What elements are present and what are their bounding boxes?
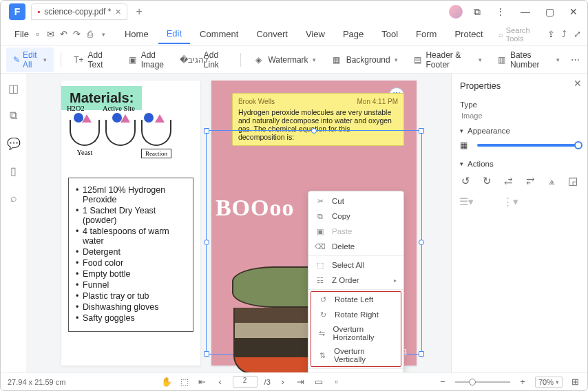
share-icon[interactable]: ⧉ bbox=[470, 3, 485, 21]
flip-v-icon: ⇅ bbox=[318, 350, 327, 360]
save-icon[interactable]: ▫ bbox=[32, 27, 43, 42]
redo-icon[interactable]: ↷ bbox=[71, 27, 83, 42]
close-tab-icon[interactable]: ✕ bbox=[115, 8, 121, 17]
context-menu: ✂Cut ⧉Copy ▣Paste ⌫Delete ⬚Select All ☷Z… bbox=[308, 191, 404, 372]
cm-z-order[interactable]: ☷Z Order▸ bbox=[308, 273, 403, 288]
menu-view[interactable]: View bbox=[297, 25, 333, 43]
cm-overturn-v[interactable]: ⇅Overturn Vertically bbox=[311, 344, 401, 366]
next-page-icon[interactable]: › bbox=[277, 377, 288, 387]
document-tab[interactable]: ▪ science-copy.pdf * ✕ bbox=[31, 3, 127, 20]
last-page-icon[interactable]: ⇥ bbox=[295, 377, 306, 387]
new-tab-button[interactable]: + bbox=[132, 4, 146, 19]
menu-convert[interactable]: Convert bbox=[248, 25, 296, 43]
opacity-slider[interactable]: ▦ bbox=[460, 140, 579, 150]
rotate-right-icon[interactable]: ↻ bbox=[481, 175, 493, 187]
list-item: Empty bottle bbox=[76, 269, 186, 279]
comments-icon[interactable]: 💬 bbox=[8, 137, 20, 149]
fit-page-icon[interactable]: ▫ bbox=[331, 377, 342, 387]
cm-delete[interactable]: ⌫Delete bbox=[308, 239, 403, 254]
menu-edit[interactable]: Edit bbox=[158, 24, 190, 44]
list-item: 125ml 10% Hydrogen Peroxide bbox=[76, 185, 186, 204]
search-panel-icon[interactable]: ⌕ bbox=[8, 192, 20, 204]
list-item: Dishwashing gloves bbox=[76, 302, 186, 312]
flip-v-icon[interactable]: ⥂ bbox=[525, 175, 536, 187]
cm-cut[interactable]: ✂Cut bbox=[308, 193, 403, 209]
menu-page[interactable]: Page bbox=[335, 25, 372, 43]
mail-icon[interactable]: ✉ bbox=[45, 27, 56, 42]
minimize-icon[interactable]: — bbox=[516, 3, 534, 20]
close-panel-icon[interactable]: ✕ bbox=[574, 78, 582, 89]
menu-home[interactable]: Home bbox=[116, 25, 157, 43]
list-item: Safty goggles bbox=[76, 313, 186, 323]
actions-section[interactable]: ▾Actions bbox=[460, 160, 579, 168]
expand-icon[interactable]: ⤢ bbox=[571, 27, 583, 42]
rotate-right-icon: ↻ bbox=[318, 310, 328, 319]
watermark-icon: ◈ bbox=[253, 54, 264, 65]
distribute-h-icon[interactable]: ⋮▾ bbox=[504, 196, 516, 208]
thumbnails-icon[interactable]: ◫ bbox=[8, 82, 20, 94]
attachments-icon[interactable]: ▯ bbox=[8, 165, 20, 177]
menu-protect[interactable]: Protect bbox=[446, 25, 491, 43]
cm-rotate-left[interactable]: ↺Rotate Left bbox=[311, 292, 401, 307]
cm-rotate-right[interactable]: ↻Rotate Right bbox=[311, 307, 401, 322]
zoom-out-icon[interactable]: − bbox=[437, 377, 448, 387]
flip-h-icon: ⇋ bbox=[318, 328, 326, 338]
edit-all-button[interactable]: ✎ Edit All ▾ bbox=[6, 47, 54, 72]
materials-list: 125ml 10% Hydrogen Peroxide 1 Sachet Dry… bbox=[68, 178, 193, 332]
align-left-icon[interactable]: ☰▾ bbox=[460, 196, 472, 208]
add-text-button[interactable]: T+Add Text bbox=[68, 47, 118, 72]
cm-save-image[interactable]: ⬚Save Image As bbox=[308, 370, 403, 372]
select-tool-icon[interactable]: ⬚ bbox=[179, 377, 190, 387]
background-button[interactable]: ▦Background▾ bbox=[326, 52, 403, 68]
watermark-button[interactable]: ◈Watermark▾ bbox=[247, 52, 321, 68]
print-icon[interactable]: ⎙ bbox=[84, 27, 96, 42]
menu-file[interactable]: File bbox=[5, 25, 30, 43]
chevron-down-icon: ▾ bbox=[460, 127, 463, 134]
zoom-select[interactable]: 70%▾ bbox=[535, 377, 563, 388]
maximize-icon[interactable]: ▢ bbox=[541, 3, 558, 20]
zoom-slider[interactable] bbox=[455, 381, 510, 383]
app-icon[interactable]: F bbox=[9, 3, 25, 20]
search-tools[interactable]: ⌕ Search Tools bbox=[493, 26, 544, 43]
menu-form[interactable]: Form bbox=[408, 25, 445, 43]
close-window-icon[interactable]: ✕ bbox=[565, 3, 582, 20]
menu-tool[interactable]: Tool bbox=[373, 25, 406, 43]
flip-h-icon[interactable]: ⥄ bbox=[503, 175, 514, 187]
list-item: Funnel bbox=[76, 280, 186, 290]
background-icon: ▦ bbox=[331, 54, 342, 65]
image-icon: ▣ bbox=[128, 54, 137, 65]
appearance-section[interactable]: ▾Appearance bbox=[460, 127, 579, 135]
prev-page-icon[interactable]: ‹ bbox=[215, 377, 226, 387]
read-mode-icon[interactable]: ⊞ bbox=[569, 377, 580, 387]
crop-icon[interactable]: ⟁ bbox=[546, 175, 558, 187]
export-icon[interactable]: ⤴ bbox=[558, 27, 570, 42]
share-cloud-icon[interactable]: ⇪ bbox=[545, 27, 557, 42]
cut-icon: ✂ bbox=[315, 196, 325, 206]
print-caret-icon[interactable]: ▾ bbox=[98, 27, 109, 42]
kebab-menu-icon[interactable]: ⋮ bbox=[492, 3, 510, 20]
header-footer-button[interactable]: ▤Header & Footer▾ bbox=[408, 47, 488, 72]
canvas[interactable]: Materials: H2O2 Yeast Active Site Reacti… bbox=[27, 74, 451, 372]
zoom-in-icon[interactable]: + bbox=[517, 377, 528, 387]
replace-icon[interactable]: ◲ bbox=[567, 175, 579, 187]
page-input[interactable]: 2 bbox=[233, 376, 258, 388]
bates-numbers-button[interactable]: ▥Bates Number▾ bbox=[492, 47, 565, 72]
cm-copy[interactable]: ⧉Copy bbox=[308, 209, 403, 224]
chemistry-sketch: H2O2 Yeast Active Site Reaction bbox=[70, 120, 192, 158]
cm-select-all[interactable]: ⬚Select All bbox=[308, 257, 403, 273]
toolbar-overflow-icon[interactable]: ⋯ bbox=[569, 52, 582, 67]
first-page-icon[interactable]: ⇤ bbox=[197, 377, 208, 387]
menu-comment[interactable]: Comment bbox=[191, 25, 246, 43]
rotate-left-icon[interactable]: ↺ bbox=[460, 175, 472, 187]
avatar-icon[interactable] bbox=[449, 5, 463, 19]
list-item: Plastic tray or tub bbox=[76, 291, 186, 301]
properties-panel: ✕ Properties Type Image ▾Appearance ▦ ▾A… bbox=[451, 74, 587, 372]
undo-icon[interactable]: ↶ bbox=[58, 27, 70, 42]
header-footer-icon: ▤ bbox=[413, 54, 422, 65]
fit-width-icon[interactable]: ▭ bbox=[313, 377, 324, 387]
add-image-button[interactable]: ▣Add Image bbox=[123, 47, 179, 72]
cm-overturn-h[interactable]: ⇋Overturn Horizontally bbox=[311, 322, 401, 344]
bookmarks-icon[interactable]: ⧉ bbox=[8, 109, 20, 122]
add-link-button[interactable]: �להגיבAdd Link bbox=[183, 47, 233, 72]
hand-tool-icon[interactable]: ✋ bbox=[161, 377, 172, 387]
